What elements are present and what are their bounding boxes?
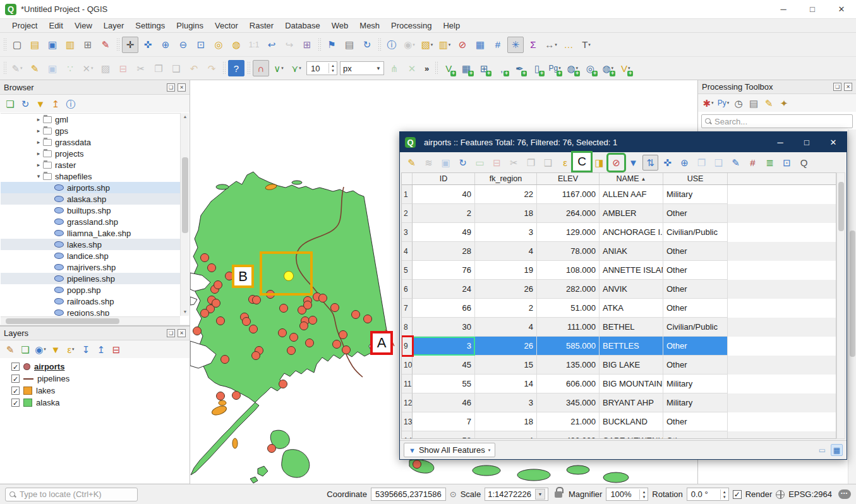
cell-use[interactable]: Other xyxy=(663,261,728,280)
chevron-right-icon[interactable]: ▸ xyxy=(35,139,42,145)
menu-vector[interactable]: Vector xyxy=(209,20,244,32)
new-print-layout-icon[interactable]: ▥ xyxy=(62,37,78,53)
show-all-features-button[interactable]: ▼ Show All Features ▾ xyxy=(404,443,495,457)
cell-id[interactable]: 49 xyxy=(413,223,475,242)
maximize-button[interactable]: □ xyxy=(798,0,827,18)
dock-attribute-table-icon[interactable]: ⊡ xyxy=(779,155,795,171)
cell-use[interactable]: Other xyxy=(663,204,728,223)
cell-elev[interactable]: 108.000 xyxy=(537,261,600,280)
style-manager-icon[interactable]: ✎ xyxy=(97,37,114,53)
cell-id[interactable]: 66 xyxy=(413,299,475,318)
browser-item-projects[interactable]: ▸projects xyxy=(1,148,180,159)
crs-value[interactable]: EPSG:2964 xyxy=(788,489,832,499)
cell-use[interactable]: Other xyxy=(663,431,728,439)
table-row[interactable]: 62426282.000ANVIKOther xyxy=(402,280,836,299)
browser-horizontal-scrollbar[interactable] xyxy=(1,316,180,325)
layer-visibility-checkbox[interactable]: ✓ xyxy=(11,399,20,407)
cell-id[interactable]: 24 xyxy=(413,280,475,299)
cell-name[interactable]: ANVIK xyxy=(600,280,663,299)
filter-browser-icon[interactable]: ▼ xyxy=(33,97,47,111)
cell-elev[interactable]: 51.000 xyxy=(537,299,600,318)
browser-item-gps[interactable]: ▸gps xyxy=(1,125,180,136)
identify-features-icon[interactable]: ⓘ xyxy=(383,37,400,53)
processing-scrollbar[interactable] xyxy=(848,129,856,484)
menu-project[interactable]: Project xyxy=(6,20,43,32)
row-number-cell[interactable]: 6 xyxy=(402,280,413,299)
attr-minimize-button[interactable]: ─ xyxy=(767,132,793,152)
cell-fk_region[interactable]: 4 xyxy=(475,242,537,261)
menu-help[interactable]: Help xyxy=(437,20,466,32)
chevron-right-icon[interactable]: ▸ xyxy=(35,116,42,123)
layer-item-lakes[interactable]: ✓lakes xyxy=(4,385,190,397)
cell-id[interactable]: 55 xyxy=(413,375,475,393)
layer-item-pipelines[interactable]: ✓pipelines xyxy=(4,373,190,385)
cell-use[interactable]: Other xyxy=(663,412,728,431)
refresh-map-icon[interactable]: ↻ xyxy=(359,37,375,53)
cell-elev[interactable]: 135.000 xyxy=(537,356,600,375)
measure-line-icon[interactable]: ↔▾ xyxy=(543,37,559,53)
snap-tolerance-spinbox[interactable]: 10▲▼ xyxy=(306,61,337,75)
cell-name[interactable]: BUCKLAND xyxy=(600,412,663,431)
processing-close-icon[interactable]: ✕ xyxy=(844,83,852,91)
attribute-window-titlebar[interactable]: Q airports :: Features Total: 76, Filter… xyxy=(400,132,847,152)
cell-fk_region[interactable]: 19 xyxy=(475,261,537,280)
remove-layer-icon[interactable]: ⊟ xyxy=(109,342,123,356)
processing-float-icon[interactable]: ❏ xyxy=(833,83,841,91)
table-row[interactable]: 140221167.000ALLEN AAFMilitary xyxy=(402,185,836,204)
show-spatial-bookmarks-icon[interactable]: ▤ xyxy=(341,37,358,53)
select-features-icon[interactable]: ▧▾ xyxy=(419,37,435,53)
browser-item-alaska-shp[interactable]: alaska.shp xyxy=(1,193,180,205)
refresh-browser-icon[interactable]: ↻ xyxy=(18,97,32,111)
new-spatial-bookmark-icon[interactable]: ⚑ xyxy=(323,37,340,53)
browser-item-lliamna_lake-shp[interactable]: lliamna_Lake.shp xyxy=(1,227,180,239)
cell-use[interactable]: Military xyxy=(663,375,728,393)
cell-use[interactable]: Other xyxy=(663,242,728,261)
coordinate-input[interactable]: 5395665,2371586 xyxy=(371,488,446,501)
browser-float-icon[interactable]: ❏ xyxy=(167,83,175,92)
cell-name[interactable]: BRYANT AHP xyxy=(600,393,663,412)
table-row[interactable]: 2218264.000AMBLEROther xyxy=(402,204,836,223)
browser-item-gml[interactable]: ▸gml xyxy=(1,114,180,125)
browser-item-builtups-shp[interactable]: builtups.shp xyxy=(1,205,180,216)
pan-map-icon[interactable]: ✛ xyxy=(122,37,138,53)
invert-selection-icon[interactable]: ◨ xyxy=(591,155,607,171)
browser-item-grassland-shp[interactable]: grassland.shp xyxy=(1,216,180,227)
menu-database[interactable]: Database xyxy=(279,20,326,32)
map-tips-icon[interactable]: … xyxy=(560,37,577,53)
chevron-down-icon[interactable]: ▼ xyxy=(535,489,545,500)
step-down-icon[interactable]: ▼ xyxy=(721,495,728,500)
browser-item-landice-shp[interactable]: landice.shp xyxy=(1,250,180,261)
new-project-icon[interactable]: ▢ xyxy=(9,37,25,53)
cell-fk_region[interactable]: 3 xyxy=(475,223,537,242)
menu-web[interactable]: Web xyxy=(326,20,354,32)
chevron-right-icon[interactable]: ▸ xyxy=(35,162,42,168)
cell-name[interactable]: ANNETTE ISLAND xyxy=(600,261,663,280)
cell-name[interactable]: ANIAK xyxy=(600,242,663,261)
table-row[interactable]: 57619108.000ANNETTE ISLANDOther xyxy=(402,261,836,280)
cell-elev[interactable]: 345.000 xyxy=(537,393,600,412)
locator-input[interactable]: Type to locate (Ctrl+K) xyxy=(5,488,138,501)
cell-use[interactable]: Military xyxy=(663,185,728,204)
cell-fk_region[interactable]: 18 xyxy=(475,204,537,223)
cell-fk_region[interactable]: 4 xyxy=(475,431,537,439)
pan-map-to-selection-icon[interactable]: ✜ xyxy=(140,37,156,53)
browser-properties-icon[interactable]: ⓘ xyxy=(64,97,78,111)
cell-fk_region[interactable]: 22 xyxy=(475,185,537,204)
browser-item-railroads-shp[interactable]: railroads.shp xyxy=(1,296,180,307)
attribute-table-scrollbar[interactable] xyxy=(836,172,845,439)
filter-by-expression-icon[interactable]: ε▾ xyxy=(64,342,78,356)
zoom-to-selected-icon[interactable]: ⊕ xyxy=(677,155,692,171)
browser-item-shapefiles[interactable]: ▾shapefiles xyxy=(1,171,180,182)
browser-item-lakes-shp[interactable]: lakes.shp xyxy=(1,239,180,250)
render-checkbox[interactable]: ✓ xyxy=(733,490,742,499)
open-project-icon[interactable]: ▤ xyxy=(27,37,43,53)
browser-vertical-scrollbar[interactable]: ▲ ▼ xyxy=(180,113,189,316)
menu-view[interactable]: View xyxy=(69,20,98,32)
open-layer-styling-icon[interactable]: ✎ xyxy=(3,342,17,356)
table-row[interactable]: 428478.000ANIAKOther xyxy=(402,242,836,261)
proc-python-icon[interactable]: Py▾ xyxy=(716,96,730,110)
column-header-id[interactable]: ID xyxy=(413,173,475,184)
proc-history-icon[interactable]: ◷ xyxy=(732,96,745,110)
browser-close-icon[interactable]: ✕ xyxy=(178,83,186,92)
browser-item-raster[interactable]: ▸raster xyxy=(1,159,180,171)
